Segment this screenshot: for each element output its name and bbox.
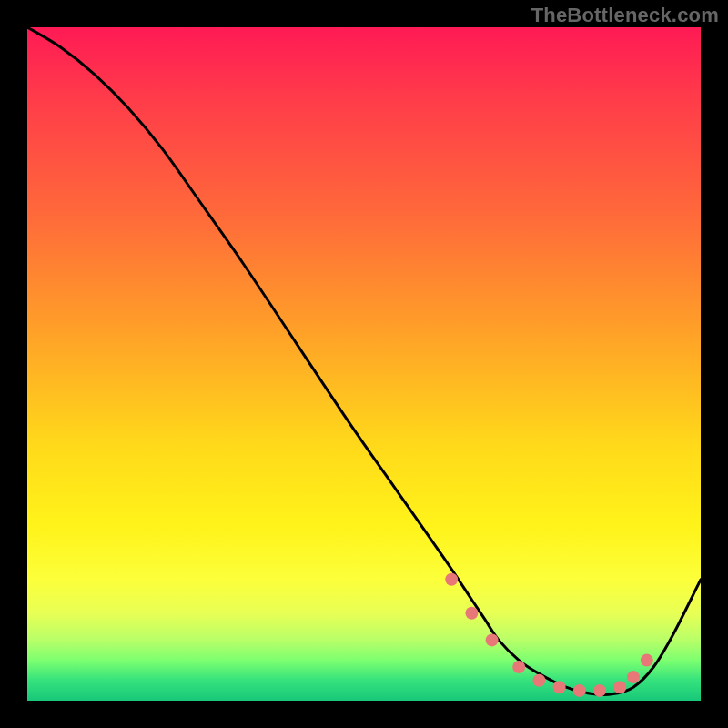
curve-marker [593,684,606,697]
curve-marker [553,681,566,693]
bottleneck-curve [27,27,701,695]
curve-marker [641,654,653,667]
chart-svg [27,27,701,701]
plot-area [27,27,701,701]
curve-marker [512,661,525,673]
curve-marker [613,681,626,693]
curve-marker [445,573,458,586]
curve-marker [532,674,545,687]
watermark-text: TheBottleneck.com [531,4,719,27]
chart-frame: TheBottleneck.com [0,0,728,728]
curve-marker [486,633,499,646]
curve-marker [573,684,586,697]
curve-marker [627,671,640,683]
curve-marker [465,607,478,620]
